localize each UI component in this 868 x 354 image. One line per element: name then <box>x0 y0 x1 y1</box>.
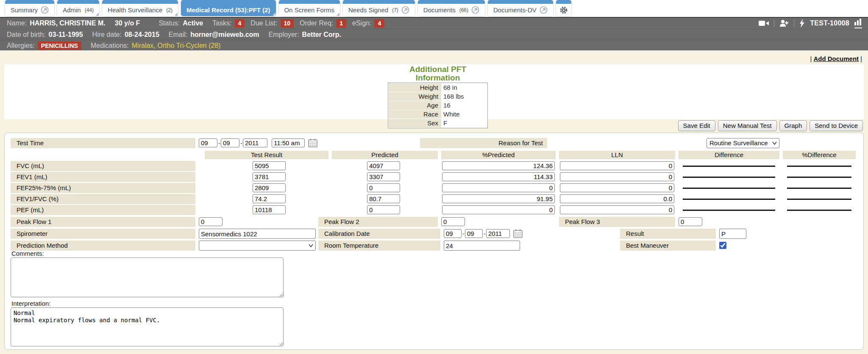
order-req-badge[interactable]: 1 <box>336 19 346 28</box>
row-label-fvc: FVC (mL) <box>11 161 195 171</box>
pef-pct-predicted-input[interactable] <box>442 205 555 214</box>
peak-flow-1-input[interactable] <box>199 217 223 226</box>
reason-for-test-select[interactable]: Routine Surveillance <box>707 138 779 148</box>
tasks-badge[interactable]: 4 <box>235 19 245 28</box>
prediction-method-label: Prediction Method <box>11 241 195 251</box>
tab-documents[interactable]: Documents (66) <box>418 0 485 16</box>
comments-label: Comments: <box>11 250 44 257</box>
send-to-device-button[interactable]: Send to Device <box>810 120 863 131</box>
tab-documents-dv[interactable]: Documents-DV <box>488 0 553 16</box>
fev1-fvc-lln-input[interactable] <box>560 194 674 203</box>
best-maneuver-checkbox[interactable] <box>719 242 726 249</box>
row-label-fef25-75: FEF25%-75% (mL) <box>11 183 195 193</box>
test-time-month-input[interactable] <box>199 138 217 147</box>
fev1-pct-predicted-input[interactable] <box>442 172 555 181</box>
fef-lln-input[interactable] <box>560 183 674 192</box>
prediction-method-select[interactable] <box>199 241 316 251</box>
additional-pft-information: Additional PFT Information Height 68 in … <box>388 65 488 128</box>
due-list-badge[interactable]: 10 <box>281 19 294 28</box>
bar-chart-icon[interactable] <box>854 19 862 28</box>
fev1-fvc-result-input[interactable] <box>253 194 286 203</box>
pft-info-row: Race White <box>389 110 487 119</box>
calibration-date-label: Calibration Date <box>318 229 440 239</box>
external-link-icon[interactable] <box>401 6 409 14</box>
video-camera-icon[interactable] <box>759 20 769 27</box>
tab-on-screen-forms[interactable]: On Screen Forms <box>279 0 340 16</box>
pef-lln-input[interactable] <box>560 205 674 214</box>
row-label-fev1: FEV1 (mL) <box>11 172 195 182</box>
fvc-result-input[interactable] <box>253 161 286 170</box>
calendar-icon[interactable] <box>308 138 317 147</box>
hire-date-value: 08-24-2015 <box>125 31 159 39</box>
test-time-year-input[interactable] <box>243 138 267 147</box>
fef-predicted-input[interactable] <box>367 183 400 192</box>
fev1-fvc-difference-line <box>683 199 775 200</box>
fef-pct-predicted-input[interactable] <box>442 183 555 192</box>
pef-result-input[interactable] <box>253 205 286 214</box>
hire-date-label: Hire date: <box>92 31 122 39</box>
new-manual-test-button[interactable]: New Manual Test <box>718 120 777 131</box>
fvc-pct-predicted-input[interactable] <box>442 161 555 170</box>
divider <box>794 20 794 27</box>
graph-button[interactable]: Graph <box>779 120 807 131</box>
comments-textarea[interactable] <box>11 257 284 297</box>
tab-admin[interactable]: Admin (44) <box>57 0 99 16</box>
room-temperature-input[interactable] <box>444 241 520 251</box>
lightning-bolt-icon[interactable] <box>799 19 805 28</box>
esign-badge[interactable]: 4 <box>374 19 384 28</box>
race-value: White <box>441 110 459 119</box>
esign-label: eSign: <box>352 19 371 27</box>
tab-medical-record-active[interactable]: Medical Record (53):PFT (2) <box>181 0 276 16</box>
dob-value: 03-11-1995 <box>49 31 83 39</box>
email-label: Email: <box>169 31 187 39</box>
fev1-predicted-input[interactable] <box>367 172 400 181</box>
add-person-icon[interactable] <box>779 19 789 27</box>
save-edit-button[interactable]: Save Edit <box>678 120 715 131</box>
pft-info-row: Height 68 in <box>389 83 487 92</box>
calibration-year-input[interactable] <box>486 229 510 238</box>
tab-fold-icon <box>273 13 275 16</box>
external-link-icon[interactable] <box>471 6 479 14</box>
tab-label: Needs Signed <box>348 6 388 14</box>
sex-label: Sex <box>389 119 441 127</box>
tab-summary[interactable]: Summary <box>5 0 54 16</box>
tab-health-surveillance[interactable]: Health Surveillance (2) <box>102 0 178 16</box>
tab-settings[interactable] <box>556 0 571 16</box>
fev1-fvc-pct-predicted-input[interactable] <box>442 194 555 203</box>
pef-predicted-input[interactable] <box>367 205 400 214</box>
pft-info-row: Sex F <box>389 119 487 127</box>
calendar-icon[interactable] <box>513 229 523 238</box>
fev1-lln-input[interactable] <box>560 172 674 181</box>
add-document-link[interactable]: Add Document <box>813 55 859 62</box>
weight-label: Weight <box>389 92 441 101</box>
age-label: Age <box>389 101 441 110</box>
external-link-icon[interactable] <box>41 6 49 14</box>
interpretation-textarea[interactable]: Normal Normal expiratory flows and a nor… <box>11 307 284 346</box>
allergy-badge[interactable]: PENICILLINS <box>38 41 81 50</box>
fev1-fvc-predicted-input[interactable] <box>367 194 400 203</box>
dob-label: Date of birth: <box>7 31 46 39</box>
pef-pct-difference-line <box>787 210 851 211</box>
tab-needs-signed[interactable]: Needs Signed (7) <box>343 0 415 16</box>
fef-pct-difference-line <box>787 188 851 189</box>
external-link-icon[interactable] <box>540 6 548 14</box>
spirometer-input[interactable] <box>199 229 316 239</box>
date-dash: - <box>240 140 242 147</box>
email-value: horner@mieweb.com <box>190 31 259 39</box>
fvc-predicted-input[interactable] <box>367 161 400 170</box>
fev1-result-input[interactable] <box>253 172 286 181</box>
result-input[interactable] <box>719 229 746 239</box>
fvc-lln-input[interactable] <box>560 161 674 170</box>
fef-result-input[interactable] <box>253 183 286 192</box>
age-value: 16 <box>441 101 451 110</box>
peak-flow-3-input[interactable] <box>679 217 702 226</box>
tab-label: Medical Record (53):PFT (2) <box>186 6 270 14</box>
calibration-month-input[interactable] <box>444 229 462 238</box>
calibration-day-input[interactable] <box>465 229 483 238</box>
test-time-day-input[interactable] <box>221 138 239 147</box>
test-time-time-input[interactable] <box>272 138 305 147</box>
peak-flow-2-input[interactable] <box>441 217 465 226</box>
fev1-difference-line <box>683 177 775 178</box>
gear-icon[interactable] <box>559 6 568 14</box>
medications-value[interactable]: Miralax, Ortho Tri-Cyclen (28) <box>132 42 221 50</box>
